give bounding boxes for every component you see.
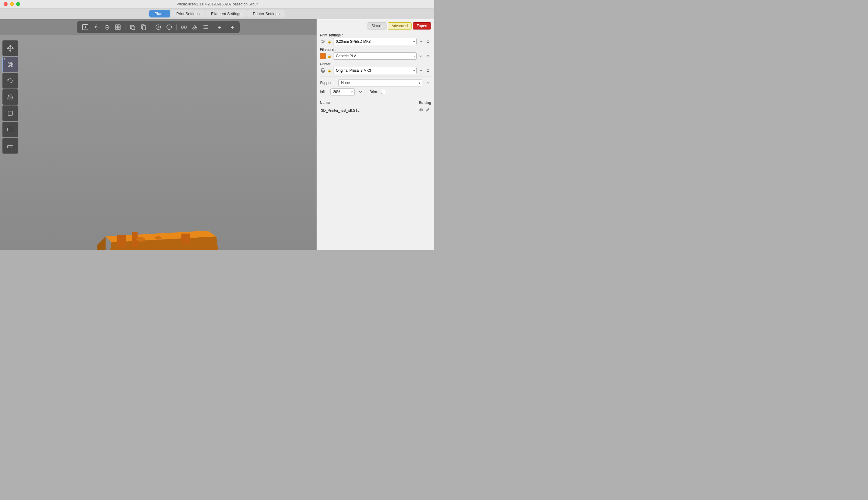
undo-icon[interactable] bbox=[216, 23, 225, 31]
object-list-name-header: Name bbox=[320, 101, 330, 105]
advanced-mode-button[interactable]: Advanced bbox=[388, 22, 412, 30]
expert-mode-button[interactable]: Expert bbox=[413, 22, 431, 30]
print-settings-select-wrapper: 0.20mm SPEED MK3 ▾ bbox=[333, 38, 417, 45]
remove-instance-icon[interactable] bbox=[165, 23, 173, 31]
object-list-editing-header: Editing bbox=[419, 101, 431, 105]
move-icon[interactable] bbox=[92, 23, 100, 31]
svg-rect-56 bbox=[9, 63, 11, 66]
viewport[interactable]: ORIGINAL PRUSA i3 MK3 by Josef Prusa bbox=[0, 19, 316, 250]
print-settings-gear[interactable]: ⚙ bbox=[425, 38, 431, 45]
brim-checkbox[interactable] bbox=[381, 90, 385, 94]
filament-label: Filament : bbox=[320, 48, 431, 52]
svg-point-68 bbox=[322, 41, 324, 43]
svg-marker-57 bbox=[8, 95, 13, 99]
tab-plater[interactable]: Plater bbox=[149, 10, 170, 18]
toolbar-sep-1 bbox=[125, 24, 125, 31]
filament-select[interactable]: Generic PLA bbox=[333, 53, 417, 60]
copy-icon[interactable] bbox=[129, 23, 137, 31]
printer-select-wrapper: Original Prusa i3 MK3 ▾ bbox=[333, 67, 417, 74]
simple-mode-button[interactable]: Simple bbox=[368, 22, 387, 30]
print-settings-row: Print settings : 🔒 0.20mm SPEED MK3 ▾ bbox=[320, 33, 431, 45]
object-edit-icon[interactable] bbox=[425, 107, 430, 113]
svg-rect-15 bbox=[132, 26, 135, 30]
redo-icon[interactable] bbox=[227, 23, 235, 31]
print-settings-icon[interactable] bbox=[320, 38, 326, 45]
printer-select[interactable]: Original Prusa i3 MK3 bbox=[333, 67, 417, 74]
filament-lock[interactable]: 🔒 bbox=[327, 54, 332, 58]
filament-gear[interactable]: ⚙ bbox=[425, 53, 431, 59]
titlebar: PrusaSlicer-2.1.0+-201909160907 based on… bbox=[0, 0, 434, 9]
split-icon[interactable] bbox=[180, 23, 188, 31]
add-object-icon[interactable] bbox=[81, 23, 90, 31]
window-title: PrusaSlicer-2.1.0+-201909160907 based on… bbox=[176, 2, 257, 6]
printer-row: Printer : 🔒 Original Prusa i3 MK3 ▾ bbox=[320, 62, 431, 74]
filament-color-swatch[interactable] bbox=[320, 53, 326, 59]
scale-tool[interactable]: ↖ bbox=[2, 57, 18, 72]
tab-printer-settings[interactable]: Printer Settings bbox=[247, 10, 285, 18]
layers-icon[interactable] bbox=[201, 23, 210, 31]
print-settings-lock[interactable]: 🔒 bbox=[327, 39, 332, 44]
svg-rect-60 bbox=[8, 146, 13, 148]
svg-rect-70 bbox=[322, 69, 324, 70]
sla-support-tool[interactable] bbox=[2, 138, 18, 154]
filament-dropdown[interactable] bbox=[418, 53, 424, 59]
print-settings-label: Print settings : bbox=[320, 33, 431, 37]
object-list: Name Editing 3D_Printer_test_stl.STL bbox=[320, 98, 431, 250]
supports-dropdown[interactable] bbox=[425, 80, 431, 86]
supports-label: Supports: bbox=[320, 81, 335, 85]
print-settings-control: 🔒 0.20mm SPEED MK3 ▾ ⚙ bbox=[320, 38, 431, 45]
tabbar: Plater Print Settings Filament Settings … bbox=[0, 9, 434, 19]
svg-rect-17 bbox=[143, 26, 146, 30]
svg-rect-58 bbox=[8, 111, 12, 115]
svg-rect-14 bbox=[118, 27, 120, 30]
supports-select-wrapper: None Support on build plate only Everywh… bbox=[338, 79, 422, 87]
delete-icon[interactable] bbox=[103, 23, 111, 31]
svg-line-29 bbox=[195, 25, 196, 27]
table-row: 3D_Printer_test_stl.STL bbox=[320, 106, 431, 114]
svg-rect-24 bbox=[185, 26, 186, 28]
svg-line-28 bbox=[193, 25, 195, 27]
add-instance-icon[interactable] bbox=[154, 23, 163, 31]
svg-point-41 bbox=[136, 237, 145, 241]
object-list-header: Name Editing bbox=[320, 101, 431, 105]
right-panel: Simple Advanced Expert Print settings : … bbox=[316, 19, 434, 250]
svg-point-42 bbox=[155, 236, 162, 240]
printer-lock[interactable]: 🔒 bbox=[327, 68, 332, 73]
infill-select[interactable]: 20% 10% 15% 25% 50% 100% bbox=[331, 88, 355, 95]
top-toolbar-inner bbox=[77, 21, 240, 33]
cut-icon[interactable] bbox=[191, 23, 199, 31]
printer-dropdown[interactable] bbox=[418, 67, 424, 73]
svg-point-74 bbox=[420, 109, 422, 111]
cut-plane-tool[interactable] bbox=[2, 89, 18, 105]
supports-select[interactable]: None Support on build plate only Everywh… bbox=[338, 79, 422, 87]
printer-icon bbox=[320, 67, 326, 73]
print-settings-dropdown[interactable] bbox=[418, 38, 424, 45]
arrange-icon[interactable] bbox=[114, 23, 122, 31]
minimize-button[interactable] bbox=[10, 2, 14, 6]
3d-canvas[interactable]: ORIGINAL PRUSA i3 MK3 by Josef Prusa bbox=[0, 35, 316, 250]
seam-tool[interactable] bbox=[2, 122, 18, 137]
svg-point-27 bbox=[195, 27, 197, 29]
support-tool[interactable] bbox=[2, 105, 18, 121]
infill-label: Infill: bbox=[320, 90, 327, 94]
tab-print-settings[interactable]: Print Settings bbox=[171, 10, 205, 18]
3d-model: 3D PRINTER TEST bbox=[82, 163, 228, 250]
visibility-toggle[interactable] bbox=[419, 107, 423, 113]
infill-dropdown[interactable] bbox=[358, 89, 364, 95]
filament-select-wrapper: Generic PLA ▾ bbox=[333, 53, 417, 60]
fullscreen-button[interactable] bbox=[16, 2, 20, 6]
toolbar-sep-3 bbox=[176, 24, 177, 31]
supports-row: Supports: None Support on build plate on… bbox=[320, 79, 431, 87]
tab-filament-settings[interactable]: Filament Settings bbox=[205, 10, 247, 18]
print-settings-select[interactable]: 0.20mm SPEED MK3 bbox=[333, 38, 417, 45]
printer-gear[interactable]: ⚙ bbox=[425, 67, 431, 73]
rotate-tool[interactable] bbox=[2, 73, 18, 89]
filament-control: 🔒 Generic PLA ▾ ⚙ bbox=[320, 53, 431, 60]
brim-label: Brim: bbox=[370, 90, 378, 94]
svg-point-26 bbox=[193, 27, 194, 29]
move-tool[interactable] bbox=[2, 41, 18, 56]
infill-brim-row: Infill: 20% 10% 15% 25% 50% 100% ▾ bbox=[320, 88, 431, 95]
paste-icon[interactable] bbox=[139, 23, 148, 31]
close-button[interactable] bbox=[4, 2, 8, 6]
printer-label: Printer : bbox=[320, 62, 431, 66]
